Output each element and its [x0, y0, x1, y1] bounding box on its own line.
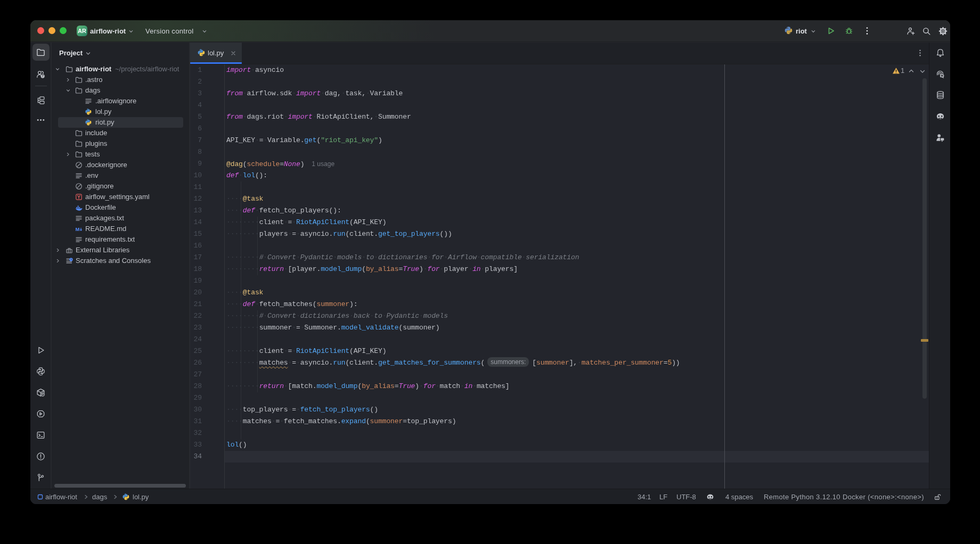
svg-text:?: ?: [42, 74, 44, 78]
